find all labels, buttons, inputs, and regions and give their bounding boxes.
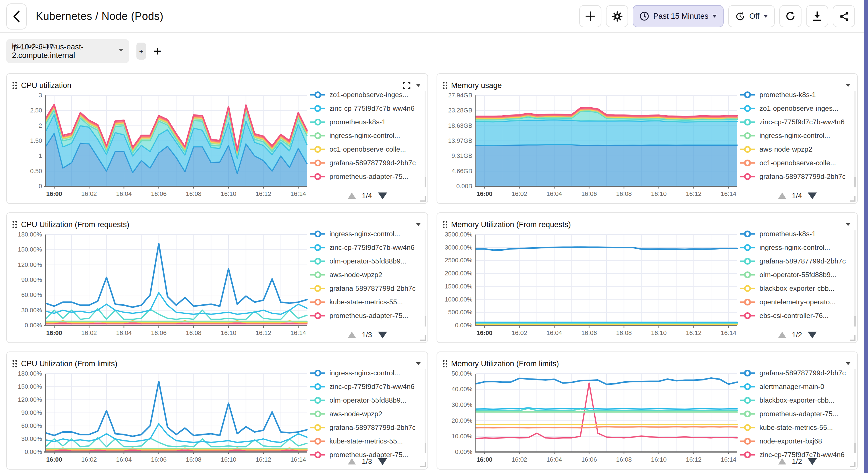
legend-item[interactable]: oc1-openobserve-colle... — [740, 159, 855, 167]
chart-canvas[interactable]: 27.94GB23.28GB18.63GB13.97GB9.31GB4.66GB… — [438, 90, 743, 201]
legend-item[interactable]: ingress-nginx-control... — [310, 132, 425, 140]
add-variable-button[interactable]: + — [153, 44, 161, 58]
legend-item[interactable]: kube-state-metrics-55... — [310, 298, 425, 306]
legend-item[interactable]: blackbox-exporter-cbb... — [740, 284, 855, 293]
legend-item[interactable]: zinc-cp-775f9d7c7b-ww4n6 — [310, 104, 425, 112]
legend-item[interactable]: grafana-589787799d-2bh7c — [740, 173, 855, 180]
drag-handle-icon[interactable] — [442, 360, 447, 367]
legend-scrollbar[interactable] — [424, 369, 426, 453]
panel-resize-handle[interactable] — [420, 196, 426, 202]
legend-item[interactable]: kube-state-metrics-55... — [740, 424, 855, 432]
add-variable-chip-button[interactable]: + — [136, 43, 146, 60]
drag-handle-icon[interactable] — [12, 221, 17, 228]
legend-item[interactable]: aws-node-wpzp2 — [310, 271, 425, 279]
chart-legend: prometheus-k8s-1 ingress-nginx-control..… — [740, 230, 855, 341]
chart-canvas[interactable]: 180.00%150.00%120.00%90.00%60.00%30.00%0… — [8, 368, 313, 467]
chart-canvas[interactable]: 180.00%150.00%120.00%90.00%60.00%30.00%0… — [8, 229, 313, 340]
chart-canvas[interactable]: 50.00%40.00%30.00%20.00%10.00%0.00%16:00… — [438, 368, 743, 467]
legend-item[interactable]: prometheus-k8s-1 — [310, 118, 425, 126]
panel-menu-caret-icon[interactable] — [416, 362, 421, 365]
legend-item[interactable]: zo1-openobserve-inges... — [740, 104, 855, 112]
legend-item[interactable]: alertmanager-main-0 — [740, 383, 855, 391]
legend-scrollbar[interactable] — [855, 369, 856, 453]
legend-page-up-icon[interactable] — [778, 458, 786, 465]
svg-text:90.00%: 90.00% — [21, 409, 42, 416]
legend-page-up-icon[interactable] — [348, 193, 356, 199]
legend-item[interactable]: prometheus-adapter-75... — [310, 312, 425, 320]
refresh-button[interactable] — [779, 5, 802, 27]
legend-item[interactable]: zo1-openobserve-inges... — [310, 91, 425, 99]
legend-page-down-icon[interactable] — [808, 458, 817, 465]
legend-item[interactable]: zinc-cp-775f9d7c7b-ww4n6 — [310, 244, 425, 251]
legend-page-up-icon[interactable] — [778, 332, 786, 338]
legend-item[interactable]: zinc-cp-775f9d7c7b-ww4n6 — [740, 118, 855, 126]
legend-page-down-icon[interactable] — [378, 458, 387, 465]
legend-item[interactable]: grafana-589787799d-2bh7c — [310, 424, 425, 432]
legend-item[interactable]: ingress-nginx-control... — [310, 230, 425, 238]
drag-handle-icon[interactable] — [12, 81, 17, 89]
panel-resize-handle[interactable] — [850, 462, 856, 467]
drag-handle-icon[interactable] — [442, 81, 447, 89]
drag-handle-icon[interactable] — [12, 360, 17, 367]
legend-item[interactable]: blackbox-exporter-cbb... — [740, 396, 855, 404]
legend-scrollbar[interactable] — [855, 91, 856, 188]
legend-item[interactable]: grafana-589787799d-2bh7c — [740, 257, 855, 265]
panel-menu-caret-icon[interactable] — [846, 84, 850, 87]
legend-item[interactable]: prometheus-adapter-75... — [310, 173, 425, 180]
legend-item[interactable]: grafana-589787799d-2bh7c — [310, 159, 425, 167]
node-variable-select[interactable]: k8s_node_name ip-10-2-6-17.us-east-2.com… — [6, 39, 129, 63]
legend-item[interactable]: aws-node-wpzp2 — [740, 145, 855, 153]
settings-button[interactable] — [606, 5, 628, 27]
legend-item[interactable]: olm-operator-55fd88b9... — [740, 271, 855, 279]
chart-canvas[interactable]: 3500.00%3000.00%2500.00%2000.00%1500.00%… — [438, 229, 743, 340]
legend-page-down-icon[interactable] — [378, 331, 387, 338]
legend-item[interactable]: ingress-nginx-control... — [310, 369, 425, 377]
legend-item[interactable]: ingress-nginx-control... — [740, 244, 855, 251]
legend-page-down-icon[interactable] — [808, 331, 817, 338]
legend-item[interactable]: aws-node-wpzp2 — [310, 410, 425, 418]
back-button[interactable] — [6, 3, 27, 29]
legend-item[interactable]: prometheus-k8s-1 — [740, 230, 855, 238]
legend-item[interactable]: ebs-csi-controller-76... — [740, 312, 855, 320]
legend-scrollbar[interactable] — [424, 91, 426, 188]
legend-item[interactable]: olm-operator-55fd88b9... — [310, 257, 425, 265]
panel-resize-handle[interactable] — [420, 462, 426, 467]
legend-item[interactable]: node-exporter-bxj68 — [740, 437, 855, 445]
legend-item[interactable]: ingress-nginx-control... — [740, 132, 855, 140]
panel-menu-caret-icon[interactable] — [846, 362, 850, 365]
add-panel-button[interactable] — [580, 5, 602, 27]
panel-menu-caret-icon[interactable] — [416, 223, 421, 226]
export-button[interactable] — [806, 5, 828, 27]
panel-menu-caret-icon[interactable] — [416, 84, 421, 87]
legend-page-up-icon[interactable] — [778, 193, 786, 199]
legend-item[interactable]: zinc-cp-775f9d7c7b-ww4n6 — [310, 383, 425, 391]
legend-item[interactable]: grafana-589787799d-2bh7c — [310, 284, 425, 293]
panel-resize-handle[interactable] — [420, 335, 426, 341]
expand-icon[interactable] — [403, 81, 410, 89]
legend-page-up-icon[interactable] — [348, 332, 356, 338]
page-scrollbar[interactable] — [864, 0, 868, 473]
legend-item[interactable]: prometheus-adapter-75... — [740, 410, 855, 418]
panel-resize-handle[interactable] — [850, 335, 856, 341]
legend-item[interactable]: oc1-openobserve-colle... — [310, 145, 425, 153]
legend-page-up-icon[interactable] — [348, 458, 356, 465]
time-range-picker[interactable]: Past 15 Minutes — [633, 5, 724, 27]
legend-page-down-icon[interactable] — [378, 192, 387, 199]
share-button[interactable] — [833, 5, 855, 27]
series-marker-icon — [310, 271, 325, 279]
chart-legend: prometheus-k8s-1 zo1-openobserve-inges..… — [740, 91, 855, 202]
legend-scrollbar[interactable] — [855, 230, 856, 327]
legend-page-down-icon[interactable] — [808, 192, 817, 199]
legend-scrollbar[interactable] — [424, 230, 426, 327]
legend-item[interactable]: olm-operator-55fd88b9... — [310, 396, 425, 404]
auto-refresh-picker[interactable]: Off — [728, 5, 775, 27]
chart-canvas[interactable]: 32.5021.5010.50016:0016:0216:0416:0616:0… — [8, 90, 313, 201]
legend-item[interactable]: opentelemetry-operato... — [740, 298, 855, 306]
panel-menu-caret-icon[interactable] — [846, 223, 850, 226]
legend-label: zinc-cp-775f9d7c7b-ww4n6 — [330, 383, 414, 391]
drag-handle-icon[interactable] — [442, 221, 447, 228]
panel-resize-handle[interactable] — [850, 196, 856, 202]
legend-item[interactable]: grafana-589787799d-2bh7c — [740, 369, 855, 377]
legend-item[interactable]: kube-state-metrics-55... — [310, 437, 425, 445]
legend-item[interactable]: prometheus-k8s-1 — [740, 91, 855, 99]
